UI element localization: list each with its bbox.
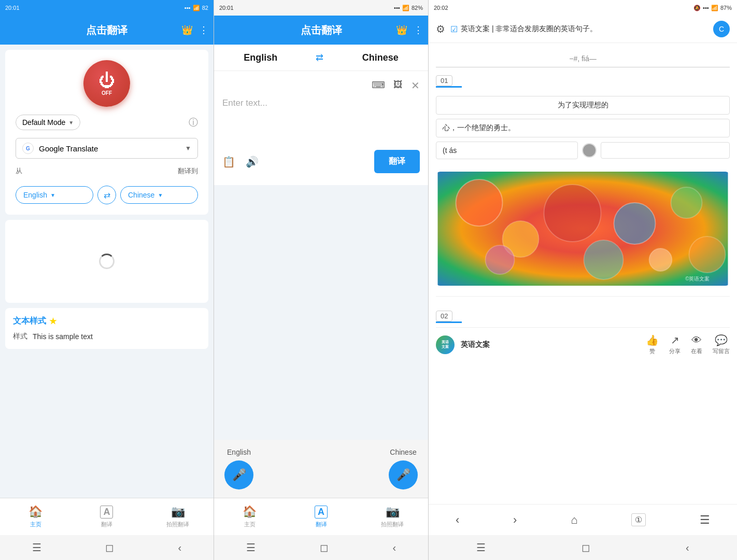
lang-tab-from[interactable]: English <box>244 52 277 63</box>
page-btn[interactable]: ① <box>631 513 646 526</box>
panel3-header: ⚙ ☑ 英语文案 | 非常适合发朋友圈的英语句子。 C <box>429 16 737 43</box>
voice-to-button[interactable]: 🎤 <box>389 460 418 489</box>
home-label-2: 主页 <box>244 521 256 528</box>
panel-translate: 20:01 ▪▪▪ 📶 82% 点击翻译 👑 ⋮ English ⇄ Chine… <box>214 0 429 560</box>
mode-select[interactable]: Default Mode ▼ <box>16 115 80 130</box>
crown-icon-2[interactable]: 👑 <box>396 24 407 36</box>
app-title-2: 点击翻译 <box>301 23 342 37</box>
home-btn-3[interactable]: ⌂ <box>571 513 577 527</box>
text-input-field[interactable]: Enter text... <box>222 98 420 139</box>
menu-btn-3[interactable]: ☰ <box>700 513 710 527</box>
sys-back-icon-3[interactable]: ‹ <box>686 542 689 554</box>
translate-service-row[interactable]: G Google Translate ▼ <box>16 138 198 159</box>
lang-labels: 从 翻译到 <box>16 166 198 178</box>
svg-point-7 <box>486 245 515 274</box>
image-icon[interactable]: 🖼 <box>393 79 403 92</box>
lang-to-select[interactable]: Chinese ▼ <box>120 186 198 204</box>
menu-icon-1[interactable]: ⋮ <box>199 24 208 36</box>
translate-button[interactable]: 翻译 <box>374 150 420 173</box>
article-avatar: 英语文案 <box>436 335 455 354</box>
sys-menu-icon-1[interactable]: ☰ <box>32 541 41 554</box>
svg-point-3 <box>544 185 601 242</box>
svg-point-9 <box>649 248 672 271</box>
svg-point-6 <box>689 236 726 273</box>
camera-label-1: 拍照翻译 <box>166 521 189 528</box>
panel3-content: −#, fiá— 01 为了实现理想的 心，一个绝望的勇士。 (t ás <box>429 43 737 504</box>
input-line-1: −#, fiá— <box>436 50 730 67</box>
status-icons-1: ▪▪▪ 📶 82 <box>185 5 208 11</box>
speaker-icon[interactable]: 🔊 <box>246 156 259 168</box>
nav-home-2[interactable]: 🏠 主页 <box>214 505 286 528</box>
to-label: 翻译到 <box>178 166 198 176</box>
sys-nav-3: ☰ ◻ ‹ <box>429 535 737 560</box>
lang-from-chevron-icon: ▼ <box>50 192 55 198</box>
signal-icon-1: ▪▪▪ <box>185 5 191 11</box>
panel-article: 20:02 🔕 ▪▪▪ 📶 87% ⚙ ☑ 英语文案 | 非常适合发朋友圈的英语… <box>429 0 737 560</box>
signal-icon-2: ▪▪▪ <box>394 5 400 11</box>
nav-home-1[interactable]: 🏠 主页 <box>0 505 71 528</box>
bubble-image: ©英语文案 <box>436 172 730 286</box>
voice-to-label: Chinese <box>390 448 416 456</box>
sys-menu-icon-2[interactable]: ☰ <box>246 541 256 554</box>
copy-icon[interactable]: 📋 <box>222 156 235 168</box>
wifi-icon-2: 📶 <box>402 5 409 11</box>
lang-tab-to[interactable]: Chinese <box>362 52 399 63</box>
prev-btn[interactable]: ‹ <box>456 513 459 527</box>
svg-point-5 <box>671 187 702 218</box>
camera-label-2: 拍照翻译 <box>381 521 404 528</box>
swap-lang-button[interactable]: ⇄ <box>97 186 116 204</box>
like-label: 赞 <box>649 347 655 355</box>
power-off-label: OFF <box>102 90 112 96</box>
info-icon[interactable]: ⓘ <box>189 116 198 129</box>
menu-icon-2[interactable]: ⋮ <box>414 24 423 36</box>
mode-label: Default Mode <box>22 118 65 127</box>
section-underline-02 <box>436 321 462 323</box>
battery-icon-3: 87% <box>720 5 732 11</box>
input-toolbar: ⌨ 🖼 ✕ <box>222 79 420 92</box>
comment-action[interactable]: 💬 写留言 <box>713 334 730 355</box>
sys-menu-icon-3[interactable]: ☰ <box>476 541 486 554</box>
lang-from-select[interactable]: English ▼ <box>16 186 93 204</box>
sys-home-icon-1[interactable]: ◻ <box>105 541 114 554</box>
loading-area <box>5 220 208 303</box>
status-time-2: 20:01 <box>219 5 234 11</box>
sys-home-icon-2[interactable]: ◻ <box>320 541 329 554</box>
service-name: Google Translate <box>39 144 180 153</box>
mode-row: Default Mode ▼ ⓘ <box>16 115 198 130</box>
crown-icon-1[interactable]: 👑 <box>181 24 193 36</box>
nav-camera-1[interactable]: 📷 拍照翻译 <box>143 505 214 528</box>
battery-icon-1: 82 <box>202 5 208 11</box>
style-row: 样式 This is sample text <box>13 332 201 341</box>
sys-home-icon-3[interactable]: ◻ <box>582 541 590 554</box>
share-action[interactable]: ↗ 分享 <box>669 334 681 355</box>
text-style-section: 文本样式 ★ 样式 This is sample text <box>5 308 208 349</box>
nav-camera-2[interactable]: 📷 拍照翻译 <box>357 505 428 528</box>
power-card: ⏻ OFF Default Mode ▼ ⓘ G Google Translat… <box>5 50 208 215</box>
power-button[interactable]: ⏻ OFF <box>83 60 130 107</box>
keyboard-icon[interactable]: ⌨ <box>372 79 385 92</box>
status-time-3: 20:02 <box>434 5 448 11</box>
app-bar-1: 点击翻译 👑 ⋮ <box>0 16 214 45</box>
close-icon-input[interactable]: ✕ <box>411 79 420 92</box>
voice-from-button[interactable]: 🎤 <box>224 460 253 489</box>
like-action[interactable]: 👍 赞 <box>646 334 659 355</box>
status-icons-2: ▪▪▪ 📶 82% <box>394 5 423 11</box>
from-label: 从 <box>16 166 22 176</box>
translate-label-2: 翻译 <box>316 521 327 528</box>
sys-back-icon-2[interactable]: ‹ <box>392 542 396 554</box>
section-badge-01: 01 <box>436 75 452 86</box>
view-action[interactable]: 👁 在看 <box>691 334 702 355</box>
header-close-button[interactable]: C <box>713 21 730 37</box>
share-icon: ↗ <box>671 334 679 346</box>
nav-translate-2[interactable]: A 翻译 <box>286 506 357 528</box>
translate-icon-1: A <box>100 506 113 519</box>
status-bar-2: 20:01 ▪▪▪ 📶 82% <box>214 0 428 16</box>
section-02: 02 <box>436 311 730 323</box>
settings-icon[interactable]: ⚙ <box>436 23 445 35</box>
wifi-icon-3: 📶 <box>711 5 718 11</box>
nav-translate-1[interactable]: A 翻译 <box>71 506 142 528</box>
sys-back-icon-1[interactable]: ‹ <box>178 542 182 554</box>
swap-icon-btn[interactable]: ⇄ <box>316 52 323 63</box>
next-btn[interactable]: › <box>513 513 517 527</box>
app-title-1: 点击翻译 <box>86 23 127 37</box>
